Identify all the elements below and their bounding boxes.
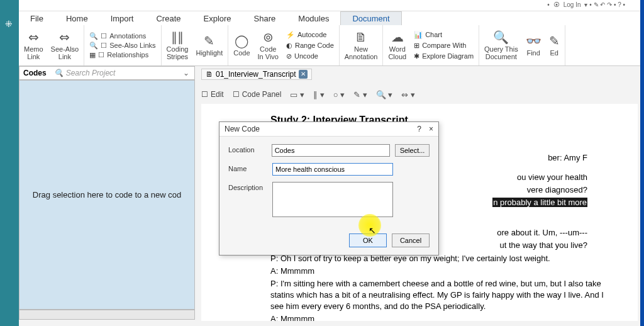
edit-button-partial[interactable]: ✎Ed: [549, 34, 560, 57]
chart-button[interactable]: 📊Chart: [414, 30, 474, 40]
name-field[interactable]: [272, 163, 393, 176]
link-icon: ⇔: [59, 30, 70, 44]
link-dropdown[interactable]: ⇔ ▾: [401, 90, 415, 99]
document-tab[interactable]: 🗎 01_Interview_Transcript ✕: [201, 69, 312, 80]
document-tab-bar: 🗎 01_Interview_Transcript ✕: [201, 68, 312, 81]
name-label: Name: [228, 163, 272, 172]
compare-icon: ⊞: [414, 42, 419, 50]
see-also-links-button[interactable]: 🔍☐See-Also Links: [89, 42, 155, 50]
code-panel-checkbox[interactable]: ☐Code Panel: [233, 90, 282, 99]
autocode-button[interactable]: ⚡Autocode: [286, 30, 334, 40]
title-sep: ▾ • ✎ ↶ ↷ • ? •: [584, 1, 625, 8]
dialog-help-button[interactable]: ?: [417, 125, 421, 133]
p-line-2: P: I'm sitting here with a camembert che…: [270, 278, 613, 313]
annotations-button[interactable]: 🔍☐Annotations: [89, 32, 155, 40]
login-icon: ⦿: [553, 1, 560, 8]
range-code-button[interactable]: ◐Range Code: [286, 41, 334, 50]
new-annotation-button[interactable]: 🗎New Annotation: [345, 30, 378, 60]
location-label: Location: [228, 144, 272, 154]
grid-icon: ▦: [89, 51, 96, 59]
relationships-button[interactable]: ▦☐Relationships: [89, 51, 155, 59]
highlighted-text: n probably a little bit more: [492, 198, 587, 207]
document-tab-label: 01_Interview_Transcript: [216, 70, 296, 79]
menu-bar: File Home Import Create Explore Share Mo…: [19, 11, 644, 25]
code-in-vivo-button[interactable]: ⊚Code In Vivo: [258, 30, 279, 60]
word-cloud-button[interactable]: ☁Word Cloud: [388, 30, 406, 60]
memo-link-button[interactable]: ⇔Memo Link: [24, 30, 43, 60]
menu-share[interactable]: Share: [243, 12, 287, 25]
magnify-icon: 🔍: [493, 30, 509, 44]
document-toolbar: ☐Edit ☐Code Panel ▭ ▾ ∥ ▾ ○ ▾ ✎ ▾ 🔍 ▾ ⇔ …: [201, 87, 638, 102]
see-also-link-button[interactable]: ⇔See-Also Link: [51, 30, 79, 60]
ok-button[interactable]: OK: [349, 233, 387, 247]
bolt-icon: ⚡: [286, 31, 295, 39]
menu-home[interactable]: Home: [55, 12, 99, 25]
panel-dropdown[interactable]: ⌄: [178, 69, 194, 77]
codes-horizontal-scrollbar[interactable]: [19, 310, 195, 320]
codes-panel-header: Codes 🔍 Search Project ⌄: [19, 66, 195, 80]
a-line-2: A: Mmmmm: [270, 313, 613, 321]
find-button[interactable]: 👓Find: [526, 34, 541, 57]
circle-icon: ◯: [235, 34, 248, 48]
pencil-icon: ✎: [549, 34, 560, 48]
app-left-rail: ⁜: [0, 0, 19, 326]
dialog-titlebar[interactable]: New Code ? ×: [219, 122, 438, 137]
code-button[interactable]: ◯Code: [233, 34, 250, 57]
close-tab-button[interactable]: ✕: [299, 70, 308, 79]
codes-drop-area[interactable]: Drag selection here to code to a new cod: [19, 80, 195, 310]
pen-dropdown[interactable]: ✎ ▾: [353, 90, 367, 99]
highlight-button[interactable]: ✎Highlight: [196, 34, 223, 57]
window-right-edge: [640, 0, 644, 326]
invivo-icon: ⊚: [263, 30, 274, 44]
cloud-icon: ☁: [391, 30, 404, 44]
binoculars-icon: 👓: [526, 34, 541, 48]
explore-diagram-button[interactable]: ✱Explore Diagram: [414, 52, 474, 61]
select-location-button[interactable]: Select...: [395, 144, 430, 157]
edit-checkbox[interactable]: ☐Edit: [201, 90, 224, 99]
search-icon: 🔍: [54, 69, 64, 77]
title-bar: • ⦿ Log In ▾ • ✎ ↶ ↷ • ? •: [19, 0, 644, 11]
title-dot: •: [547, 1, 550, 8]
menu-import[interactable]: Import: [99, 12, 145, 25]
range-icon: ◐: [286, 42, 292, 50]
location-field[interactable]: [272, 144, 390, 157]
uncode-button[interactable]: ⊘Uncode: [286, 52, 334, 61]
note-icon: 🗎: [355, 30, 367, 44]
doc-icon: 🗎: [206, 70, 213, 79]
menu-create[interactable]: Create: [145, 12, 192, 25]
shape-dropdown[interactable]: ○ ▾: [333, 90, 345, 99]
cancel-button[interactable]: Cancel: [392, 233, 430, 247]
ribbon: ⇔Memo Link ⇔See-Also Link 🔍☐Annotations …: [19, 25, 644, 66]
app-handle-icon: ⁜: [5, 19, 13, 29]
codes-drop-message: Drag selection here to code to a new cod: [26, 190, 187, 200]
uncode-icon: ⊘: [286, 52, 292, 60]
highlight-icon: ✎: [204, 34, 214, 48]
login-link[interactable]: Log In: [564, 1, 581, 8]
compare-with-button[interactable]: ⊞Compare With: [414, 41, 474, 50]
description-label: Description: [228, 182, 272, 191]
new-code-dialog: New Code ? × Location Select... Name Des…: [219, 121, 439, 256]
coding-stripes-button[interactable]: ∥∥Coding Stripes: [167, 30, 189, 60]
search-project-input[interactable]: 🔍 Search Project: [50, 69, 178, 77]
chart-icon: 📊: [414, 31, 423, 39]
search-icon: 🔍: [89, 42, 98, 50]
menu-file[interactable]: File: [19, 12, 55, 25]
menu-modules[interactable]: Modules: [287, 12, 340, 25]
link-icon: ⇔: [28, 30, 39, 44]
zoom-dropdown[interactable]: 🔍 ▾: [376, 90, 393, 99]
query-this-doc-button[interactable]: 🔍Query This Document: [484, 30, 518, 60]
dialog-close-button[interactable]: ×: [429, 125, 433, 133]
line-spacing-dropdown[interactable]: ∥ ▾: [313, 90, 325, 99]
stripes-icon: ∥∥: [171, 30, 184, 44]
dialog-title: New Code: [225, 125, 260, 133]
menu-explore[interactable]: Explore: [192, 12, 243, 25]
menu-document[interactable]: Document: [340, 11, 401, 25]
search-icon: 🔍: [89, 32, 98, 40]
layout-dropdown[interactable]: ▭ ▾: [290, 90, 304, 99]
description-field[interactable]: [272, 182, 393, 217]
codes-panel-title: Codes: [19, 69, 50, 77]
a-line-1: A: Mmmmm: [270, 266, 613, 277]
diagram-icon: ✱: [414, 52, 419, 60]
